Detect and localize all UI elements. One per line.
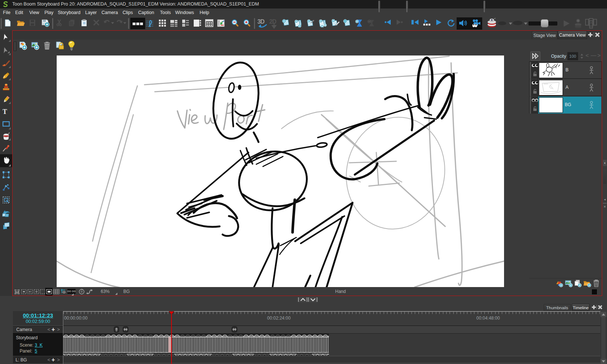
svg-text:B: B	[590, 24, 592, 28]
svg-text:12: 12	[16, 290, 19, 294]
svg-text:A: A	[590, 21, 593, 24]
